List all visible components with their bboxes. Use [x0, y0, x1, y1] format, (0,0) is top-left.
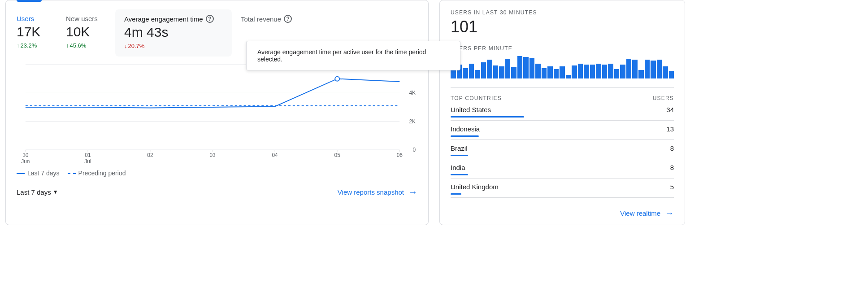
country-row[interactable]: United States 34 — [451, 101, 674, 121]
spark-bar — [608, 64, 613, 78]
country-bar — [451, 174, 468, 175]
spark-bar — [638, 70, 644, 78]
country-name: India — [451, 164, 465, 171]
spark-bar — [493, 65, 499, 78]
realtime-heading: USERS IN LAST 30 MINUTES — [451, 9, 674, 16]
svg-text:4K: 4K — [409, 90, 416, 96]
arrow-right-icon: → — [408, 187, 417, 196]
legend-previous: Preceding period — [68, 170, 126, 177]
spark-bar — [469, 64, 474, 78]
spark-bar — [578, 64, 583, 78]
engagement-chart: 02K4K6K30Jun01Jul0203040506 — [17, 60, 417, 168]
svg-text:05: 05 — [334, 152, 341, 158]
spark-bar — [487, 60, 492, 78]
spark-bar — [584, 65, 589, 78]
spark-bar — [651, 61, 656, 78]
active-tab-indicator — [17, 0, 42, 2]
metric-new-users[interactable]: New users 10K 45.6% — [66, 9, 115, 57]
chart-legend: Last 7 days Preceding period — [17, 170, 417, 177]
spark-bar — [554, 69, 559, 78]
country-users: 8 — [670, 144, 674, 152]
metric-delta: 45.6% — [66, 42, 106, 49]
svg-text:2K: 2K — [409, 118, 416, 125]
svg-point-24 — [335, 77, 339, 81]
legend-current: Last 7 days — [17, 170, 60, 177]
country-users: 8 — [670, 164, 674, 171]
help-icon[interactable]: ? — [206, 15, 214, 23]
spark-bar — [517, 56, 523, 78]
svg-text:04: 04 — [272, 152, 278, 158]
country-name: United States — [451, 106, 491, 113]
metric-label: Users — [17, 15, 57, 22]
country-bar — [451, 135, 479, 137]
country-bar — [451, 155, 468, 156]
spark-bar — [560, 66, 565, 78]
spark-bar — [566, 75, 571, 78]
svg-text:02: 02 — [147, 152, 153, 158]
svg-text:Jul: Jul — [84, 158, 91, 165]
metric-delta: 20.7% — [124, 43, 221, 49]
spark-bar — [499, 66, 504, 78]
metric-strip: Users 17K 23.2% New users 10K 45.6% Aver… — [17, 9, 417, 57]
overview-card: Users 17K 23.2% New users 10K 45.6% Aver… — [5, 0, 429, 225]
metric-delta: 23.2% — [17, 42, 57, 49]
country-row[interactable]: United Kingdom 5 — [451, 179, 674, 198]
svg-text:03: 03 — [209, 152, 216, 158]
date-range-selector[interactable]: Last 7 days ▼ — [17, 188, 58, 196]
country-name: United Kingdom — [451, 183, 499, 191]
country-row[interactable]: India 8 — [451, 159, 674, 179]
spark-bar — [602, 65, 608, 78]
spark-bar — [511, 67, 516, 78]
spark-bar — [645, 60, 650, 78]
realtime-card: USERS IN LAST 30 MINUTES 101 USERS PER M… — [439, 0, 685, 225]
metric-value: 17K — [17, 24, 57, 39]
spark-bar — [596, 64, 601, 78]
country-row[interactable]: Indonesia 13 — [451, 121, 674, 140]
spark-bar — [475, 70, 480, 78]
arrow-up-icon — [66, 42, 69, 49]
view-realtime-link[interactable]: View realtime → — [620, 209, 674, 218]
country-name: Indonesia — [451, 125, 480, 133]
spark-bar — [529, 58, 535, 78]
caret-down-icon: ▼ — [53, 189, 58, 195]
users-column-heading: USERS — [653, 95, 674, 101]
country-list: United States 34 Indonesia 13 Brazil 8 I… — [451, 101, 674, 198]
view-reports-link[interactable]: View reports snapshot → — [338, 187, 417, 196]
country-bar — [451, 116, 524, 118]
metric-value: 10K — [66, 24, 106, 39]
spark-bar — [547, 66, 553, 78]
country-users: 34 — [666, 106, 674, 113]
metric-value: 4m 43s — [124, 25, 221, 40]
country-users: 13 — [666, 125, 674, 133]
metric-tooltip: Average engagement time per active user … — [246, 41, 460, 70]
metric-engagement[interactable]: Average engagement time ? 4m 43s 20.7% — [115, 9, 232, 57]
spark-bar — [669, 71, 674, 78]
svg-text:0: 0 — [412, 147, 416, 153]
country-row[interactable]: Brazil 8 — [451, 140, 674, 159]
metric-label: Average engagement time ? — [124, 15, 221, 23]
spark-bar — [632, 60, 638, 78]
svg-text:06: 06 — [397, 152, 403, 158]
top-countries-heading: TOP COUNTRIES — [451, 95, 502, 101]
spark-bar — [535, 64, 541, 78]
metric-users[interactable]: Users 17K 23.2% — [17, 9, 66, 57]
arrow-right-icon: → — [665, 209, 674, 218]
metric-label: Total revenue ? — [241, 15, 292, 23]
spark-bar — [626, 59, 632, 78]
spark-bar — [542, 68, 547, 78]
spark-bar — [481, 62, 486, 78]
spark-bar — [620, 65, 625, 78]
country-name: Brazil — [451, 144, 468, 152]
svg-text:30: 30 — [22, 152, 29, 158]
spark-bar — [663, 66, 668, 78]
spark-bar — [463, 68, 468, 78]
spark-bar — [657, 60, 662, 78]
help-icon[interactable]: ? — [284, 15, 292, 23]
per-minute-heading: USERS PER MINUTE — [451, 45, 674, 52]
users-per-minute-chart — [451, 56, 674, 78]
realtime-value: 101 — [451, 17, 674, 36]
spark-bar — [614, 69, 620, 78]
svg-text:01: 01 — [85, 152, 91, 158]
spark-bar — [523, 57, 529, 78]
spark-bar — [572, 65, 577, 78]
